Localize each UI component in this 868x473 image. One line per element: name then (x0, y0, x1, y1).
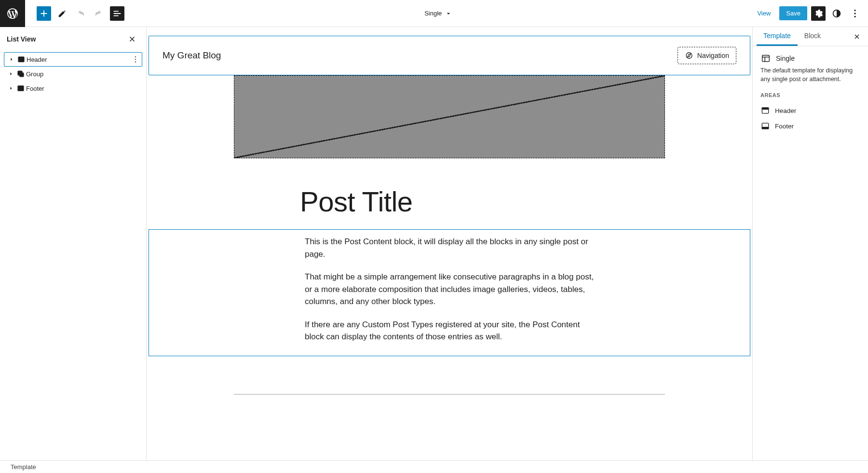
footer-area-icon (760, 121, 770, 131)
listview-item-label: Group (26, 70, 43, 78)
areas-heading: AREAS (760, 92, 860, 98)
area-label: Header (775, 107, 796, 114)
top-toolbar: Single View Save (0, 0, 868, 27)
listview-item-more-button[interactable] (131, 55, 140, 64)
svg-rect-9 (20, 73, 24, 77)
svg-rect-13 (762, 56, 770, 62)
redo-icon (94, 8, 104, 19)
header-block[interactable]: My Great Blog Navigation (149, 36, 750, 75)
navigation-block-placeholder[interactable]: Navigation (678, 47, 736, 64)
tools-button[interactable] (55, 6, 69, 21)
listview-icon (112, 8, 122, 19)
chevron-down-icon (445, 10, 452, 17)
close-icon (853, 33, 861, 41)
footer-block-icon (15, 84, 26, 93)
post-content-block[interactable]: This is the Post Content block, it will … (149, 229, 750, 356)
template-icon (760, 53, 771, 64)
svg-point-6 (135, 59, 136, 60)
template-info: Single (760, 53, 860, 64)
listview-tree: Header Group Footer (0, 49, 146, 98)
statusbar: Template (0, 460, 868, 473)
listview-item-header[interactable]: Header (4, 52, 142, 67)
more-options-button[interactable] (848, 6, 862, 21)
save-button[interactable]: Save (779, 6, 807, 20)
toolbar-right: View Save (752, 6, 862, 21)
editor-canvas[interactable]: My Great Blog Navigation Post Title This… (147, 27, 752, 460)
content-paragraph: If there are any Custom Post Types regis… (305, 319, 594, 343)
document-title[interactable]: Single (424, 10, 452, 17)
svg-rect-10 (18, 86, 24, 91)
separator-block[interactable] (234, 394, 665, 395)
featured-image-wrap (148, 75, 751, 158)
template-name: Single (776, 55, 795, 62)
navigation-label: Navigation (697, 52, 729, 59)
svg-rect-3 (18, 57, 24, 62)
header-area-icon (760, 106, 770, 115)
toolbar-left (0, 0, 124, 27)
svg-point-2 (854, 15, 855, 17)
listview-toggle-button[interactable] (110, 6, 124, 21)
chevron-right-icon[interactable] (7, 56, 16, 62)
listview-item-label: Header (27, 56, 47, 63)
document-title-label: Single (424, 10, 442, 17)
chevron-right-icon[interactable] (7, 71, 15, 77)
plus-icon (39, 8, 49, 19)
main-columns: List View Header Group Footer (0, 27, 868, 460)
pencil-icon (57, 8, 68, 19)
wordpress-icon (6, 7, 19, 20)
post-title-block[interactable]: Post Title (300, 185, 599, 218)
inspector-close-button[interactable] (850, 29, 864, 44)
svg-rect-17 (762, 108, 768, 109)
svg-point-12 (686, 53, 692, 58)
inspector-tabs: Template Block (753, 27, 868, 46)
listview-item-footer[interactable]: Footer (4, 81, 142, 96)
listview-item-group[interactable]: Group (4, 67, 142, 81)
listview-panel: List View Header Group Footer (0, 27, 147, 460)
close-icon (128, 35, 136, 43)
undo-button (73, 6, 88, 21)
gear-icon (814, 9, 823, 18)
listview-title: List View (7, 35, 36, 43)
styles-button[interactable] (829, 6, 844, 21)
breadcrumb[interactable]: Template (11, 463, 36, 471)
wordpress-logo-button[interactable] (0, 0, 25, 27)
content-paragraph: That might be a simple arrangement like … (305, 271, 594, 308)
inspector-panel: Template Block Single The default templa… (752, 27, 868, 460)
chevron-right-icon[interactable] (7, 85, 15, 91)
area-header[interactable]: Header (760, 103, 860, 118)
add-block-button[interactable] (37, 6, 51, 21)
content-paragraph: This is the Post Content block, it will … (305, 236, 594, 260)
redo-button (92, 6, 106, 21)
svg-point-5 (135, 56, 136, 57)
dots-vertical-icon (850, 8, 860, 19)
canvas-inner: My Great Blog Navigation Post Title This… (148, 36, 751, 395)
svg-point-1 (854, 13, 855, 14)
undo-icon (75, 8, 86, 19)
site-title-block[interactable]: My Great Blog (163, 50, 221, 61)
svg-point-7 (135, 61, 136, 62)
settings-button[interactable] (811, 6, 826, 21)
featured-image-placeholder[interactable] (234, 75, 665, 158)
group-block-icon (15, 70, 26, 78)
listview-header: List View (0, 27, 146, 49)
area-label: Footer (775, 123, 794, 130)
tab-template[interactable]: Template (757, 27, 798, 46)
view-button[interactable]: View (752, 7, 775, 20)
tab-block[interactable]: Block (798, 27, 827, 46)
listview-item-label: Footer (26, 85, 44, 92)
navigation-icon (685, 51, 693, 60)
listview-close-button[interactable] (125, 32, 139, 46)
template-description: The default template for displaying any … (760, 67, 860, 83)
svg-rect-19 (762, 127, 768, 129)
area-footer[interactable]: Footer (760, 118, 860, 134)
styles-circle-icon (831, 8, 842, 19)
inspector-body: Single The default template for displayi… (753, 46, 868, 140)
svg-point-0 (854, 9, 855, 11)
header-block-icon (16, 55, 27, 64)
